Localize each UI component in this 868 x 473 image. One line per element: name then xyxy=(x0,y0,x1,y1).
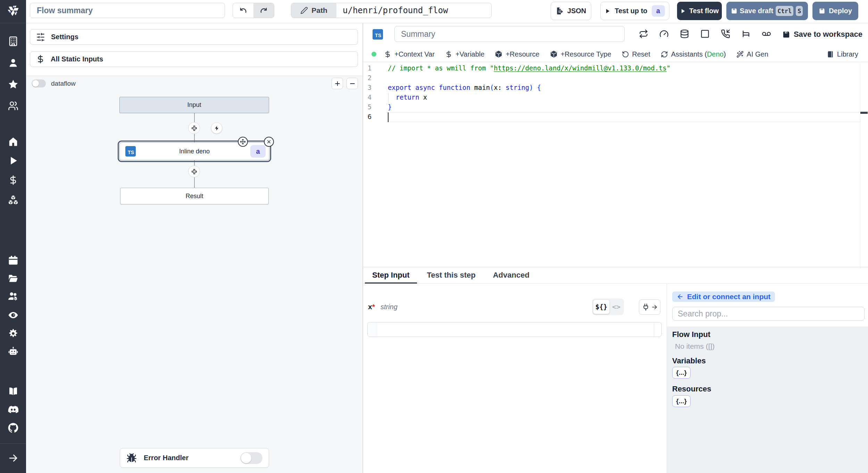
path-value[interactable]: u/henri/profound_flow xyxy=(336,3,491,18)
summary-input[interactable] xyxy=(394,26,625,42)
arg-value-input[interactable] xyxy=(367,322,662,337)
code-editor[interactable]: 1// import * as wmill from "https://deno… xyxy=(363,64,868,268)
add-step-button-1[interactable] xyxy=(188,122,200,134)
flow-input-node[interactable]: Input xyxy=(119,97,269,113)
add-resource-type-button[interactable]: +Resource Type xyxy=(550,50,611,58)
reset-label: Reset xyxy=(632,50,650,58)
github-icon[interactable] xyxy=(8,423,18,433)
repeat-icon[interactable] xyxy=(639,29,648,39)
gauge-icon[interactable] xyxy=(659,29,669,39)
trigger-button[interactable] xyxy=(211,123,222,134)
connect-input-button[interactable] xyxy=(639,299,660,315)
add-context-var-button[interactable]: +Context Var xyxy=(384,50,435,58)
prop-section: Flow Input No items ([]) Variables {...}… xyxy=(667,327,868,473)
collapse-sidebar-icon[interactable] xyxy=(8,453,18,463)
json-button-label: JSON xyxy=(567,7,586,15)
tab-advanced[interactable]: Advanced xyxy=(484,267,538,283)
schedules-icon[interactable] xyxy=(8,255,18,265)
windmill-logo-icon xyxy=(6,3,21,18)
search-prop-input[interactable] xyxy=(672,307,865,321)
workspace-icon[interactable] xyxy=(8,36,18,47)
static-inputs-row[interactable]: All Static Inputs xyxy=(30,51,358,67)
save-draft-button[interactable]: Save draft Ctrl S xyxy=(726,2,808,20)
test-flow-label: Test flow xyxy=(689,7,719,15)
x-icon xyxy=(266,139,272,144)
assistants-lang: Deno xyxy=(707,50,724,58)
user-icon[interactable] xyxy=(8,58,18,68)
test-flow-button[interactable]: Test flow xyxy=(677,2,722,20)
add-variable-button[interactable]: +Variable xyxy=(445,50,485,58)
path-label[interactable]: Path xyxy=(291,3,336,18)
rotate-ccw-icon xyxy=(622,51,629,58)
test-up-to-button[interactable]: Test up to a xyxy=(600,2,669,20)
edit-or-connect-button[interactable]: Edit or connect an input xyxy=(672,292,775,302)
json-button[interactable]: JSON xyxy=(551,2,591,20)
add-resource-type-label: +Resource Type xyxy=(561,50,611,58)
folders-icon[interactable] xyxy=(8,273,18,284)
reset-button[interactable]: Reset xyxy=(622,50,650,58)
save-to-workspace-button[interactable]: Save to workspace xyxy=(782,30,862,39)
text-cursor xyxy=(388,112,389,122)
assistants-button[interactable]: Assistants (Deno) xyxy=(661,50,726,58)
library-button[interactable]: Library xyxy=(827,50,858,58)
resources-chip[interactable]: {...} xyxy=(672,395,691,407)
docs-icon[interactable] xyxy=(8,386,18,397)
box-icon xyxy=(495,50,502,58)
code-token xyxy=(533,84,537,91)
home-icon[interactable] xyxy=(8,136,18,147)
sleep-icon[interactable] xyxy=(741,29,751,39)
ai-gen-label: AI Gen xyxy=(747,50,768,58)
resources-icon[interactable] xyxy=(7,194,19,206)
tab-step-input[interactable]: Step Input xyxy=(364,267,418,283)
delete-step-handle[interactable] xyxy=(264,137,274,147)
panel-splitter[interactable] xyxy=(362,23,363,473)
sidebar xyxy=(0,0,26,473)
windmill-logo[interactable] xyxy=(6,3,21,18)
error-handler-toggle[interactable] xyxy=(240,452,262,464)
variables-chip[interactable]: {...} xyxy=(672,367,691,379)
undo-button[interactable] xyxy=(233,3,253,18)
add-resource-button[interactable]: +Resource xyxy=(495,50,539,58)
static-inputs-label: All Static Inputs xyxy=(51,55,103,63)
square-icon[interactable] xyxy=(700,29,710,39)
move-step-handle[interactable] xyxy=(238,137,248,147)
voicemail-icon[interactable] xyxy=(762,29,771,39)
star-icon[interactable] xyxy=(8,79,18,90)
redo-button[interactable] xyxy=(253,3,274,18)
ai-bot-icon[interactable] xyxy=(8,346,18,357)
deploy-button[interactable]: Deploy xyxy=(812,2,858,20)
variables-icon[interactable] xyxy=(8,175,18,185)
arrow-right-icon xyxy=(651,304,658,310)
groups-icon[interactable] xyxy=(8,101,18,111)
settings-row[interactable]: Settings xyxy=(30,29,358,45)
javascript-mode-button[interactable]: <> xyxy=(610,303,623,311)
dataflow-toggle[interactable] xyxy=(32,79,46,87)
template-mode-button[interactable]: ${} xyxy=(593,299,610,314)
phone-incoming-icon[interactable] xyxy=(721,29,730,39)
zoom-in-button[interactable] xyxy=(332,78,343,89)
line-number: 5 xyxy=(358,102,372,112)
tab-test-this-step[interactable]: Test this step xyxy=(418,267,484,283)
add-step-button-2[interactable] xyxy=(188,166,200,177)
result-node-label: Result xyxy=(185,193,203,200)
flow-summary-input[interactable] xyxy=(30,3,225,18)
editor-toolbar: +Context Var +Variable +Resource +Resour… xyxy=(363,47,868,62)
result-node[interactable]: Result xyxy=(120,188,269,204)
topbar-actions: JSON Test up to a Test flow Save draft C… xyxy=(551,2,858,20)
settings-gear-icon[interactable] xyxy=(8,328,18,339)
calendar-icon xyxy=(8,255,18,265)
folder-open-icon xyxy=(8,273,18,284)
toggle-knob xyxy=(32,80,39,87)
ai-gen-button[interactable]: AI Gen xyxy=(736,50,768,58)
lsp-status-dot xyxy=(372,52,376,57)
save-draft-label: Save draft xyxy=(740,7,774,15)
discord-icon[interactable] xyxy=(8,405,18,415)
step-node[interactable]: TS Inline deno a xyxy=(119,142,269,160)
groups-manage-icon[interactable] xyxy=(8,291,19,302)
arg-row: x* string xyxy=(368,303,398,311)
audit-logs-icon[interactable] xyxy=(8,310,19,321)
runs-icon[interactable] xyxy=(8,155,18,166)
zoom-out-button[interactable] xyxy=(347,78,358,89)
database-icon[interactable] xyxy=(680,29,689,39)
editor-header-icons xyxy=(639,29,771,39)
